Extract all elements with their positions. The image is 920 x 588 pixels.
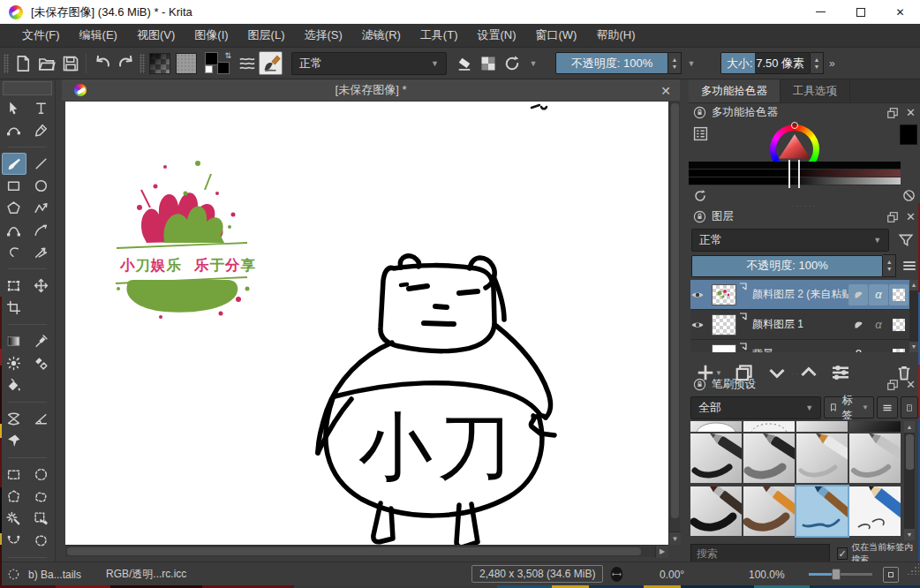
brush-preset-paint-brush-orange[interactable] xyxy=(743,486,795,536)
smart-patch-tool-icon[interactable] xyxy=(29,352,54,374)
blending-mode-dropdown[interactable]: 正常▼ xyxy=(291,52,447,75)
preset-scrollbar[interactable]: ▲ ▼ xyxy=(904,421,915,540)
reload-preset-button[interactable] xyxy=(500,51,524,75)
pattern-chooser[interactable] xyxy=(176,53,197,74)
bezier-curve-tool-icon[interactable] xyxy=(2,219,26,241)
preset-search-input[interactable] xyxy=(690,544,830,563)
brush-editor-button[interactable] xyxy=(259,51,283,75)
toolbar-overflow-chevron[interactable]: » xyxy=(829,57,833,70)
layer-thumbnail[interactable] xyxy=(712,284,736,305)
toolbar-grip[interactable] xyxy=(4,54,9,73)
inherit-alpha-icon[interactable] xyxy=(889,314,909,335)
undo-button[interactable] xyxy=(90,51,114,75)
pan-indicator-icon[interactable] xyxy=(609,562,624,586)
brush-preset-marker-soft[interactable] xyxy=(743,433,795,483)
measure-tool-icon[interactable] xyxy=(29,408,54,430)
zoom-level-label[interactable]: 100.0% xyxy=(749,562,785,586)
color-triangle[interactable] xyxy=(779,134,811,162)
scroll-up-icon[interactable]: ▲ xyxy=(904,421,915,433)
dynamic-brush-tool-icon[interactable] xyxy=(2,241,26,263)
layer-row[interactable]: 背景α xyxy=(690,340,909,352)
toolbox-header[interactable] xyxy=(3,81,52,95)
layer-style-icon[interactable] xyxy=(848,284,868,305)
select-poly-tool-icon[interactable] xyxy=(2,486,26,508)
chevron-down-icon[interactable]: ▼ xyxy=(684,59,698,68)
select-magnetic-tool-icon[interactable] xyxy=(2,530,26,552)
colorize-mask-tool-icon[interactable] xyxy=(2,352,26,374)
layer-thumbnail[interactable] xyxy=(712,344,736,353)
select-rect-tool-icon[interactable] xyxy=(2,464,26,486)
opacity-spinner[interactable]: ▲▼ xyxy=(668,52,682,74)
brush-preset-ink-pen[interactable] xyxy=(690,433,742,483)
open-document-button[interactable] xyxy=(34,51,58,75)
menu-item-2[interactable]: 视图(V) xyxy=(127,24,185,47)
search-in-tag-checkbox[interactable]: ✓ xyxy=(837,547,848,560)
menu-item-8[interactable]: 设置(N) xyxy=(467,24,525,47)
rotation-angle-label[interactable]: 0.00° xyxy=(660,562,684,586)
layer-visibility-icon[interactable] xyxy=(690,318,712,332)
select-similar-tool-icon[interactable] xyxy=(2,508,26,530)
selector-settings-icon[interactable] xyxy=(693,126,708,141)
move-tool-icon[interactable] xyxy=(29,275,54,297)
layer-alpha-icon[interactable]: α xyxy=(869,344,888,353)
calligraphy-tool-icon[interactable] xyxy=(29,119,54,141)
menu-item-9[interactable]: 窗口(W) xyxy=(526,24,587,47)
layer-alpha-icon[interactable]: α xyxy=(869,314,888,335)
float-panel-icon[interactable] xyxy=(886,107,899,119)
layer-visibility-icon[interactable] xyxy=(690,288,712,302)
color-sampler-tool-icon[interactable] xyxy=(29,330,54,352)
close-panel-icon[interactable]: ✕ xyxy=(906,106,916,119)
menu-item-3[interactable]: 图像(I) xyxy=(185,24,238,47)
float-panel-icon[interactable] xyxy=(886,379,899,391)
panel-lock-icon[interactable] xyxy=(693,210,706,223)
layer-filter-icon[interactable] xyxy=(894,229,917,252)
close-button[interactable]: ✕ xyxy=(880,0,920,24)
transform-tool-icon[interactable] xyxy=(2,275,26,297)
color-history-bars[interactable] xyxy=(689,162,901,186)
preset-view-menu-icon[interactable] xyxy=(877,396,898,418)
brush-preset-watercolor-brush[interactable] xyxy=(796,486,848,536)
default-colors-swatch[interactable] xyxy=(205,65,213,73)
current-brush-label[interactable]: b) Ba...tails xyxy=(28,562,81,586)
foreground-color-swatch[interactable] xyxy=(205,52,218,65)
polygon-tool-icon[interactable] xyxy=(2,197,26,219)
select-freehand-tool-icon[interactable] xyxy=(29,486,54,508)
layer-visibility-icon[interactable] xyxy=(690,348,712,353)
crop-tool-icon[interactable] xyxy=(2,297,26,319)
fill-tool-icon[interactable] xyxy=(2,374,26,396)
eraser-mode-button[interactable] xyxy=(452,51,476,75)
layer-style-icon[interactable] xyxy=(848,314,868,335)
brush-preset-fineliner-white[interactable] xyxy=(796,433,848,483)
brush-tip-icon[interactable] xyxy=(901,396,918,418)
preserve-alpha-button[interactable] xyxy=(476,51,500,75)
menu-item-0[interactable]: 文件(F) xyxy=(12,24,70,47)
workspace-chooser-button[interactable] xyxy=(235,51,259,75)
panel-lock-icon[interactable] xyxy=(693,378,706,391)
close-panel-icon[interactable]: ✕ xyxy=(906,210,916,223)
layer-blending-mode-dropdown[interactable]: 正常▼ xyxy=(691,229,889,252)
block-icon[interactable] xyxy=(902,189,916,202)
edit-shapes-tool-icon[interactable] xyxy=(2,119,26,141)
maximize-button[interactable] xyxy=(841,0,880,24)
menu-item-4[interactable]: 图层(L) xyxy=(238,24,295,47)
hue-handle[interactable] xyxy=(791,122,798,129)
brush-preset-eraser-small[interactable] xyxy=(796,421,848,432)
menu-item-7[interactable]: 工具(T) xyxy=(411,24,468,47)
resize-grip[interactable] xyxy=(907,562,919,575)
refresh-colors-icon[interactable] xyxy=(693,189,707,203)
layer-row[interactable]: 颜料图层 1α xyxy=(690,310,909,340)
current-color-swatch[interactable] xyxy=(900,124,917,145)
inherit-alpha-icon[interactable] xyxy=(889,284,909,305)
rectangle-tool-icon[interactable] xyxy=(2,175,26,197)
brush-preset-eraser-circle[interactable] xyxy=(690,421,742,432)
tab-advanced-color-selector[interactable]: 多功能拾色器 xyxy=(689,79,780,102)
layer-row[interactable]: 颜料图层 2 (来自粘贴)α xyxy=(690,280,909,310)
scroll-up-icon[interactable]: ▲ xyxy=(909,280,918,290)
gradient-chooser[interactable] xyxy=(149,53,170,74)
swap-colors-icon[interactable]: ⇅ xyxy=(224,51,231,60)
inherit-alpha-icon[interactable] xyxy=(889,344,909,353)
chevron-down-icon[interactable]: ▼ xyxy=(526,59,540,68)
multibrush-tool-icon[interactable] xyxy=(29,241,54,263)
opacity-slider[interactable]: 不透明度: 100% xyxy=(555,52,668,74)
select-ants-tool-icon[interactable] xyxy=(29,530,54,552)
